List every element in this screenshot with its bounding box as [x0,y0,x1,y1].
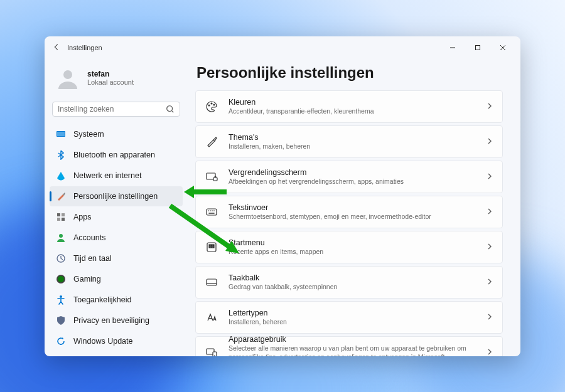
nav-label: Netwerk en internet [73,171,141,180]
person-icon [56,233,66,243]
chevron-right-icon [486,347,493,356]
chevron-right-icon [486,136,493,147]
card-colors[interactable]: Kleuren Accentkleur, transparantie-effec… [195,90,503,123]
nav-network[interactable]: Netwerk en internet [50,166,183,186]
window-controls [440,39,515,56]
svg-point-4 [63,70,72,79]
card-startmenu[interactable]: Startmenu Recente apps en items, mappen [195,231,503,263]
clock-globe-icon [56,253,66,263]
nav-accounts[interactable]: Accounts [50,228,183,248]
nav-label: Persoonlijke instellingen [73,192,158,201]
card-fonts[interactable]: Lettertypen Installeren, beheren [195,301,503,334]
start-icon [205,240,218,254]
card-device-usage[interactable]: Apparaatgebruik Selecteer alle manieren … [195,336,503,356]
nav-label: Accounts [73,233,105,242]
taskbar-icon [205,275,218,289]
nav-time-language[interactable]: Tijd en taal [50,248,183,268]
titlebar: Instellingen [45,36,520,59]
card-title: Kleuren [229,97,476,107]
nav-label: Tijd en taal [73,254,112,263]
svg-rect-10 [62,213,65,216]
svg-rect-11 [57,218,60,221]
font-icon [205,310,218,324]
svg-rect-35 [213,246,214,248]
page-title: Persoonlijke instellingen [196,64,505,82]
svg-point-20 [213,104,215,105]
back-button[interactable] [52,43,61,53]
card-title: Tekstinvoer [229,203,476,213]
card-subtitle: Selecteer alle manieren waarop u van pla… [229,344,476,356]
svg-point-17 [60,295,62,298]
settings-list[interactable]: Kleuren Accentkleur, transparantie-effec… [195,90,505,356]
svg-line-6 [172,110,174,112]
avatar [55,65,81,92]
window-title: Instellingen [67,44,102,51]
card-themes[interactable]: Thema's Installeren, maken, beheren [195,125,503,158]
svg-rect-30 [209,245,210,246]
svg-rect-12 [62,218,65,221]
nav-privacy[interactable]: Privacy en beveiliging [50,310,183,331]
nav-label: Windows Update [73,337,133,346]
svg-point-19 [211,103,212,104]
card-subtitle: Afbeeldingen op het vergrendelingsscherm… [229,177,476,186]
card-textinput[interactable]: Tekstinvoer Schermtoetsenbord, stemtypen… [195,196,503,228]
nav-bluetooth[interactable]: Bluetooth en apparaten [50,145,183,165]
maximize-button[interactable] [465,39,490,56]
card-lockscreen[interactable]: Vergrendelingsscherm Afbeeldingen op het… [195,161,503,193]
update-icon [56,336,66,346]
accessibility-icon [56,295,66,305]
svg-point-18 [208,105,210,106]
shield-icon [56,315,66,326]
nav-gaming[interactable]: Gaming [50,269,183,289]
device-usage-icon [205,346,218,356]
wifi-icon [56,171,66,181]
search-box[interactable] [52,102,180,117]
chevron-right-icon [486,101,493,112]
nav-personalization[interactable]: Persoonlijke instellingen [50,186,183,206]
card-subtitle: Installeren, maken, beheren [229,142,476,151]
svg-rect-33 [209,246,210,248]
chevron-right-icon [486,277,493,288]
brush-icon [205,135,218,149]
search-input[interactable] [58,105,166,114]
svg-point-5 [167,105,173,111]
profile-account-type: Lokaal account [87,78,134,87]
card-taskbar[interactable]: Taakbalk Gedrag van taakbalk, systeempin… [195,266,503,299]
svg-rect-22 [213,177,217,181]
nav-label: Gaming [73,275,101,283]
nav-label: Systeem [73,130,104,139]
bluetooth-icon [56,150,66,160]
nav-label: Toegankelijkheid [73,295,131,304]
nav-system[interactable]: Systeem [50,124,183,144]
nav-apps[interactable]: Apps [50,207,183,227]
minimize-button[interactable] [440,39,465,56]
sidebar: stefan Lokaal account Systeem Bluetooth … [45,59,188,356]
svg-rect-32 [213,245,214,246]
close-button[interactable] [490,39,515,56]
gaming-icon [56,274,66,284]
chevron-right-icon [486,171,493,183]
search-icon [166,105,175,114]
svg-rect-9 [57,213,60,216]
nav-windows-update[interactable]: Windows Update [50,331,183,351]
apps-icon [56,212,66,222]
svg-rect-1 [476,45,480,50]
lockscreen-icon [205,170,218,184]
svg-rect-23 [207,209,217,215]
chevron-right-icon [486,241,493,253]
chevron-right-icon [486,206,493,218]
svg-rect-31 [211,245,212,246]
card-subtitle: Schermtoetsenbord, stemtypen, emoji en m… [229,213,476,221]
settings-window: Instellingen stefan Lokaal account [45,36,520,356]
profile[interactable]: stefan Lokaal account [50,61,183,99]
svg-point-40 [215,356,215,356]
nav-label: Privacy en beveiliging [73,316,149,325]
card-subtitle: Installeren, beheren [229,318,476,327]
nav-label: Bluetooth en apparaten [73,151,155,159]
nav-accessibility[interactable]: Toegankelijkheid [50,290,183,310]
card-subtitle: Accentkleur, transparantie-effecten, kle… [229,107,476,116]
palette-icon [205,100,218,114]
display-icon [56,129,66,139]
card-subtitle: Recente apps en items, mappen [229,248,476,257]
svg-rect-36 [207,279,217,285]
